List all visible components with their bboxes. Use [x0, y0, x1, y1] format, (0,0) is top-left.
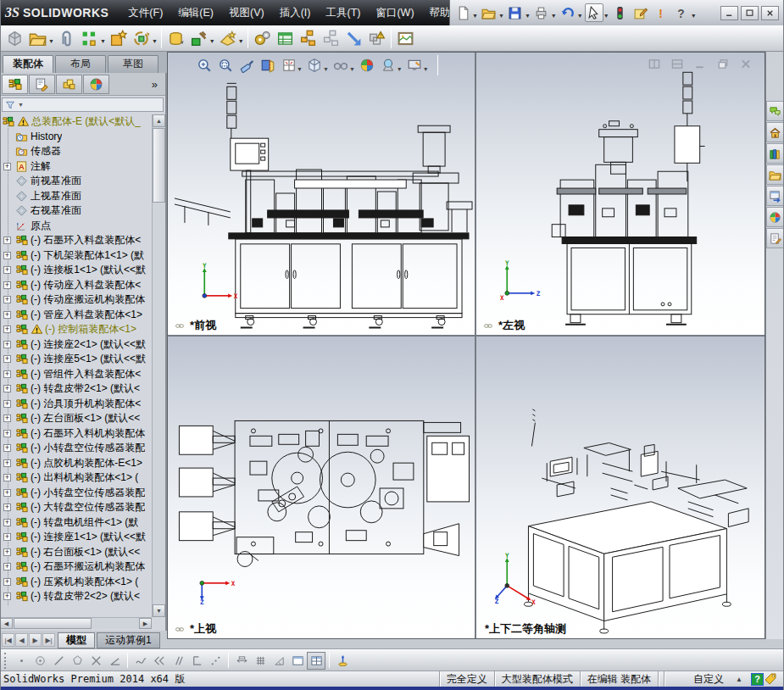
rebuild-traffic-light-button[interactable] [611, 3, 630, 22]
section-view-button[interactable] [257, 55, 278, 75]
tree-item[interactable]: +(-) 右台面板<1> (默认<< [0, 545, 152, 560]
menu-item-3[interactable]: 插入(I) [272, 0, 319, 25]
expander-icon[interactable]: + [3, 385, 11, 392]
insert-component-button[interactable] [3, 27, 26, 49]
tree-item[interactable]: +(-) 传动座搬运机构装配体 [0, 292, 152, 308]
corner-button[interactable] [187, 652, 206, 670]
spline-button[interactable] [131, 652, 150, 670]
expander-icon[interactable]: + [3, 474, 11, 481]
tree-item[interactable]: +(-) 大转盘空位传感器装配 [0, 500, 152, 515]
toolbar-grip[interactable] [4, 653, 8, 669]
open-dropdown-caret[interactable]: ▼ [498, 13, 504, 19]
custom-dropdown[interactable]: 自定义 [693, 672, 724, 687]
single-view-button[interactable] [288, 652, 307, 670]
display-manager-tab[interactable] [83, 75, 109, 94]
zoom-area-button[interactable] [214, 55, 236, 75]
open-button[interactable] [480, 3, 498, 22]
new-button[interactable] [453, 3, 472, 22]
explode-line-sketch-button[interactable] [320, 27, 342, 49]
select-dropdown-caret[interactable]: ▼ [603, 13, 609, 19]
four-view-button[interactable] [307, 652, 325, 670]
tree-item[interactable]: 前视基准面 [0, 174, 152, 189]
interference-detection-button[interactable]: ! [365, 27, 388, 49]
scroll-right-button[interactable]: ▶ [139, 618, 152, 629]
tree-item[interactable]: +(-) 小转盘空位传感器装配 [0, 441, 152, 456]
expander-icon[interactable]: + [3, 444, 11, 452]
print-dropdown-caret[interactable]: ▼ [551, 13, 557, 19]
print-button[interactable] [532, 3, 551, 22]
new-dropdown-caret[interactable]: ▼ [472, 13, 478, 19]
select-button[interactable] [585, 3, 603, 22]
scroll-left-button[interactable]: ◀ [0, 618, 13, 629]
model-tab-运动算例1[interactable]: 运动算例1 [97, 632, 160, 648]
assembly-features-dropdown-caret[interactable]: ▼ [209, 38, 215, 44]
tree-item[interactable]: +(-) 连接板1<1> (默认<<默 [0, 263, 152, 278]
move-component-button[interactable] [130, 27, 153, 49]
scroll-up-button[interactable]: ▲ [153, 114, 165, 127]
tree-item[interactable]: +(-) 治具顶升机构装配体< [0, 397, 152, 412]
scroll-thumb[interactable] [153, 128, 165, 203]
menu-item-2[interactable]: 视图(V) [221, 0, 272, 25]
expander-icon[interactable]: + [3, 326, 11, 333]
file-explorer-button[interactable] [766, 164, 784, 185]
appearances-button[interactable] [766, 207, 784, 227]
exclaim-button[interactable]: ! [652, 3, 670, 22]
parallel-button[interactable] [169, 652, 187, 670]
expander-icon[interactable]: + [3, 296, 11, 303]
file-properties-button[interactable] [631, 3, 650, 22]
custom-caret-icon[interactable]: ▲ [736, 676, 742, 683]
save-dropdown-caret[interactable]: ▼ [525, 13, 531, 19]
expander-icon[interactable]: + [3, 415, 11, 422]
feature-manager-tab[interactable] [2, 75, 28, 94]
tree-item[interactable]: +(-) 左台面板<1> (默认<< [0, 411, 152, 426]
hide-show-items-dropdown-caret[interactable]: ▼ [349, 66, 355, 72]
mate-button[interactable] [55, 27, 78, 49]
property-manager-tab[interactable] [29, 75, 55, 94]
chevron-right-icon[interactable]: » [152, 78, 164, 91]
tree-item[interactable]: +(-) 连接座5<1> (默认<<默 [0, 352, 152, 367]
tree-item[interactable]: 原点 [0, 219, 152, 234]
angle-triangle-button[interactable] [270, 652, 288, 670]
help-dropdown-caret[interactable]: ▼ [691, 13, 697, 19]
undo-dropdown-caret[interactable]: ▼ [577, 13, 583, 19]
expander-icon[interactable]: + [3, 341, 11, 348]
tree-item[interactable]: +(-) 转盘皮带2<2> (默认< [0, 589, 152, 604]
display-style-dropdown-caret[interactable]: ▼ [323, 66, 329, 72]
tree-item[interactable]: +(-) 压紧机构装配体<1> ( [0, 575, 152, 590]
zoom-fit-button[interactable] [193, 55, 214, 75]
expander-icon[interactable]: + [3, 355, 11, 363]
menu-item-4[interactable]: 工具(T) [318, 0, 368, 25]
tab-装配体[interactable]: 装配体 [3, 55, 53, 73]
tree-item[interactable]: +(-) 石墨环入料盘装配体< [0, 233, 152, 248]
tree-item[interactable]: 上视基准面 [0, 189, 152, 204]
point-button[interactable] [12, 652, 31, 670]
smart-fasteners-button[interactable] [107, 27, 130, 49]
expander-icon[interactable]: + [3, 548, 11, 556]
expander-icon[interactable]: + [3, 252, 11, 259]
tree-item[interactable]: +(-) 点胶机构装配体-E<1> [0, 456, 152, 471]
linear-component-pattern-dropdown-caret[interactable]: ▼ [100, 38, 106, 44]
help-button[interactable]: ? [751, 673, 764, 686]
tile-horizontal-button[interactable] [670, 58, 684, 70]
last-sheet-button[interactable]: ▶| [42, 633, 55, 647]
tree-item[interactable]: 传感器 [0, 144, 152, 159]
tab-草图[interactable]: 草图 [108, 55, 158, 73]
restore-button[interactable] [716, 58, 730, 70]
expander-icon[interactable]: + [3, 533, 11, 541]
next-sheet-button[interactable]: ▶ [29, 633, 42, 647]
grid-button[interactable] [251, 652, 270, 670]
forum-button[interactable] [766, 101, 784, 121]
expander-icon[interactable]: + [3, 593, 11, 600]
home-button[interactable] [766, 122, 784, 142]
tree-item[interactable]: +(-) 连接座1<1> (默认<<默 [0, 530, 152, 545]
reference-geometry-dropdown-caret[interactable]: ▼ [238, 38, 244, 44]
move-component-dropdown-caret[interactable]: ▼ [152, 38, 158, 44]
tag-icon[interactable] [764, 672, 777, 686]
expander-icon[interactable]: + [3, 311, 11, 319]
viewport-isometric[interactable]: YXZ *上下二等角轴测 [476, 337, 765, 638]
expander-icon[interactable]: + [3, 430, 11, 437]
edit-appearance-button[interactable] [357, 55, 378, 75]
expander-icon[interactable]: + [3, 578, 11, 586]
cross-button[interactable] [86, 652, 105, 670]
custom-properties-button[interactable] [766, 228, 784, 248]
